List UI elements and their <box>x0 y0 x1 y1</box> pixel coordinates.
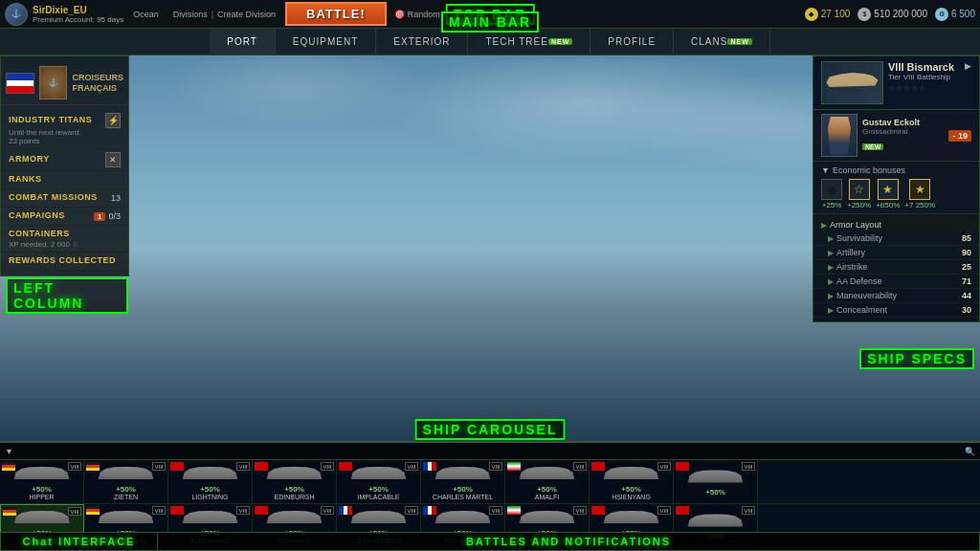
zieten-silhouette <box>98 466 155 483</box>
armor-layout-title[interactable]: ▶ Armor Layout <box>813 218 979 231</box>
eco-star-1: ☆ <box>849 179 870 200</box>
containers-sub: XP needed: 2 000 ☆ <box>9 240 121 249</box>
containers-section[interactable]: CONTAINERS XP needed: 2 000 ☆ <box>1 226 128 253</box>
carousel-row-1: VIII +50% HIPPER VIII +50% ZIETEN VIII +… <box>0 460 980 504</box>
albemarle-flag <box>170 506 184 515</box>
carousel-ship-hsienyang[interactable]: VIII +50% HSIENYANG <box>590 460 674 503</box>
aa-defense-row[interactable]: ▶AA Defense 71 <box>813 275 979 289</box>
top-bar-right: ◆ 27 100 $ 510 200 000 ⚙ 6 500 <box>805 8 975 21</box>
nav-exterior[interactable]: EXTERIOR <box>376 29 468 55</box>
carousel-ship-implacable[interactable]: VIII +50% IMPLACABLE <box>337 460 421 503</box>
commander-face <box>825 117 854 155</box>
hipper-tier: VIII <box>68 462 81 471</box>
concealment-row[interactable]: ▶Concealment 30 <box>813 303 979 318</box>
doubloons-value: 27 100 <box>821 9 851 19</box>
battle-button[interactable]: BATTLE! <box>285 2 387 26</box>
edinburgh-tier: VIII <box>321 462 334 471</box>
artillery-row[interactable]: ▶Artillery 90 <box>813 246 979 260</box>
battles-label: BATTLES AND NOTIFICATIONS <box>466 536 671 547</box>
carousel-ship-zieten[interactable]: VIII +50% ZIETEN <box>84 460 168 503</box>
nav-tech-tree[interactable]: TECH TREE NEW <box>468 29 590 55</box>
industry-titans-icon: ⚡ <box>105 113 121 128</box>
campaigns-value: 0/3 <box>108 211 121 221</box>
divisions-area: Divisions | Create Division <box>173 10 276 19</box>
armory-title: ARMORY <box>9 154 50 164</box>
credits-value: 510 200 000 <box>874 9 927 19</box>
lightning-bonus: +50% <box>200 485 220 494</box>
edinburgh-silhouette <box>266 466 323 483</box>
armory-icon: ✕ <box>105 152 121 167</box>
campaigns-section[interactable]: CAMPAIGNS 1 0/3 <box>1 208 128 226</box>
industry-titans-sub: Until the next reward:23 points <box>9 128 121 145</box>
hipper-bonus: +50% <box>32 485 52 494</box>
rewards-collected-section[interactable]: REWARDS COLLECTED <box>1 253 128 271</box>
implacable-label: IMPLACABLE <box>358 494 400 500</box>
edinburgh-flag <box>255 462 268 471</box>
nav-equipment[interactable]: EQUIPMENT <box>276 29 376 55</box>
nav-clans[interactable]: CLANS NEW <box>674 29 770 55</box>
maneuverability-row[interactable]: ▶Maneuverability 44 <box>813 289 979 303</box>
extra2-flag <box>676 506 689 515</box>
carousel-ship-hipper[interactable]: VIII +50% HIPPER <box>0 460 84 503</box>
zieten-flag <box>86 462 100 471</box>
hsienyang-silhouette <box>603 466 660 483</box>
v-veneto-silhouette <box>519 510 576 527</box>
eco-item-4: ★ +7 250% <box>904 179 935 209</box>
carousel-header: SHIP CAROUSEL ▼ 🔍 <box>0 443 980 460</box>
amalfi-label: AMALFI <box>535 494 559 500</box>
chat-interface[interactable]: Chat INTERFACE <box>0 532 158 551</box>
left-column: LEFT COLUMN ⚓ CROISEURSFRANÇAIS INDUSTRY… <box>0 55 129 276</box>
carousel-filter[interactable]: ▼ <box>5 447 13 456</box>
lightning-silhouette <box>182 466 239 483</box>
eco-item-1: ◎ +25% <box>821 179 842 209</box>
ranks-title: RANKS <box>9 174 121 184</box>
bismarck-silhouette <box>13 510 71 527</box>
avatar: ⚓ <box>5 3 28 26</box>
ship-name: VIII Bismarck <box>888 61 960 73</box>
carousel-ship-amalfi[interactable]: VIII +50% AMALFI <box>505 460 590 503</box>
harbin-flag <box>591 506 605 515</box>
steel-currency: ⚙ 6 500 <box>935 8 975 21</box>
industry-titans-section[interactable]: INDUSTRY TITANS ⚡ Until the next reward:… <box>1 110 128 149</box>
eco-value-4: +7 250% <box>904 201 935 209</box>
bismarck-tier: VIII <box>68 507 81 516</box>
monarch-flag <box>255 506 268 515</box>
nav-port[interactable]: PORT <box>210 29 276 55</box>
eco-value-2: +250% <box>847 201 871 209</box>
implacable-tier: VIII <box>405 462 418 471</box>
doubloons-currency: ◆ 27 100 <box>805 8 851 21</box>
carousel-ship-extra-1[interactable]: VIII +50% <box>674 460 758 503</box>
carousel-search-icon[interactable]: 🔍 <box>965 447 975 456</box>
extra1-tier: VIII <box>742 462 755 471</box>
armory-section[interactable]: ARMORY ✕ <box>1 149 128 171</box>
containers-title: CONTAINERS <box>9 229 121 238</box>
ship-header-close[interactable]: ▶ <box>965 61 971 71</box>
airstrike-row[interactable]: ▶Airstrike 25 <box>813 260 979 275</box>
hsienyang-label: HSIENYANG <box>612 494 651 500</box>
ship-header: VIII Bismarck Tier VIII Battleship ☆ ☆ ☆… <box>813 56 979 110</box>
eco-items: ◎ +25% ☆ +250% ★ +850% ★ +7 250% <box>821 179 971 209</box>
survivability-row[interactable]: ▶Survivability 85 <box>813 231 979 246</box>
combat-missions-section[interactable]: COMBAT MISSIONS 13 <box>1 189 128 208</box>
richelieu-tier: VIII <box>489 506 502 515</box>
nav-profile[interactable]: PROFILE <box>590 29 674 55</box>
extra1-bonus: +50% <box>705 488 725 496</box>
eco-icon-1: ◎ <box>821 179 842 200</box>
bismarck-flag <box>3 507 16 516</box>
carousel-ship-edinburgh[interactable]: VIII +50% EDINBURGH <box>253 460 337 503</box>
eco-item-2: ☆ +250% <box>847 179 871 209</box>
carousel-ship-charles-martel[interactable]: VIII +50% CHARLES MARTEL <box>421 460 505 503</box>
create-division[interactable]: Create Division <box>217 10 276 19</box>
clan-logo[interactable]: ⚓ CROISEURSFRANÇAIS <box>1 61 128 105</box>
clans-badge: NEW <box>727 38 751 45</box>
richelieu-flag <box>423 506 436 515</box>
ranks-section[interactable]: RANKS <box>1 171 128 189</box>
amalfi-bonus: +50% <box>537 485 557 494</box>
battles-notifications: BATTLES AND NOTIFICATIONS <box>157 532 980 551</box>
le-fantasque-tier: VIII <box>405 506 418 515</box>
commander-name: Gustav Eckolt <box>862 118 944 127</box>
lightning-label: LIGHTNING <box>191 494 228 500</box>
carousel-ship-lightning[interactable]: VIII +50% LIGHTNING <box>168 460 253 503</box>
economic-bonuses: ▼ Economic bonuses ◎ +25% ☆ +250% ★ +850… <box>813 162 979 214</box>
player-info: ⚓ SirDixie_EU Premium Account: 95 days O… <box>5 3 159 26</box>
